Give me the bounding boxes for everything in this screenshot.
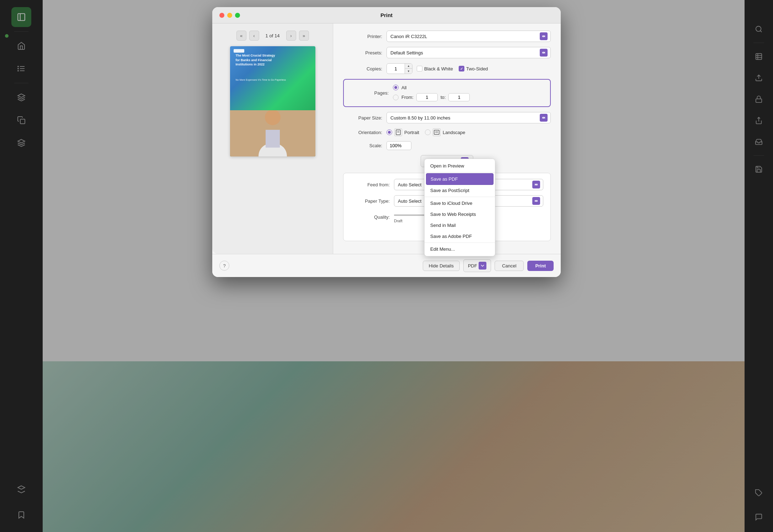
- pages-all-option[interactable]: All: [393, 85, 470, 90]
- print-options: Black & White ✓ Two-Sided: [417, 66, 488, 71]
- presets-row: Presets: Default Settings: [343, 47, 551, 58]
- feed-from-arrow: [532, 181, 540, 188]
- doc-cover-subtitle: No More Expenses! It's Time to Go Paperl…: [236, 78, 310, 81]
- minimize-button[interactable]: [227, 13, 232, 18]
- landscape-option[interactable]: Landscape: [425, 128, 465, 136]
- dialog-titlebar: Print: [212, 7, 561, 23]
- two-sided-label: Two-Sided: [466, 66, 488, 71]
- quality-draft: Draft: [394, 219, 403, 223]
- maximize-button[interactable]: [235, 13, 240, 18]
- copies-stepper: ▲ ▼: [405, 64, 412, 74]
- pages-label: Pages:: [350, 90, 389, 96]
- copies-increment[interactable]: ▲: [405, 64, 412, 69]
- dialog-footer: ? Hide Details PDF Cancel Print: [212, 254, 561, 277]
- pdf-menu-divider-2: [425, 197, 495, 197]
- presets-dropdown[interactable]: Default Settings: [386, 47, 551, 58]
- feed-from-value: Auto Select: [398, 182, 422, 187]
- last-page-button[interactable]: »: [299, 31, 309, 41]
- document-preview: The Most Crucial Strategy for Banks and …: [230, 46, 315, 156]
- presets-dropdown-arrow: [540, 49, 548, 57]
- doc-logo: [234, 49, 244, 53]
- portrait-option[interactable]: Portrait: [386, 128, 419, 136]
- printer-dropdown-arrow: [540, 32, 548, 40]
- landscape-radio[interactable]: [425, 129, 431, 135]
- page-indicator: 1 of 14: [262, 33, 283, 38]
- scale-label: Scale:: [343, 143, 382, 148]
- portrait-icon: [394, 128, 402, 136]
- pdf-dropdown-arrow[interactable]: [479, 262, 486, 270]
- pdf-menu-save-adobe[interactable]: Save as Adobe PDF: [425, 231, 495, 242]
- feed-from-label: Feed from:: [351, 182, 390, 187]
- printer-value: Canon iR C3222L: [390, 34, 427, 39]
- traffic-lights: [219, 13, 240, 18]
- preview-panel: « ‹ 1 of 14 › » The Most Crucial Strateg…: [212, 23, 333, 254]
- presets-label: Presets:: [343, 50, 382, 55]
- paper-type-label: Paper Type:: [351, 198, 390, 204]
- two-sided-option[interactable]: ✓ Two-Sided: [459, 66, 488, 71]
- paper-type-value: Auto Select: [398, 198, 422, 204]
- black-white-label: Black & White: [424, 66, 453, 71]
- paper-size-label: Paper Size:: [343, 115, 382, 121]
- pdf-menu-save-web-receipts[interactable]: Save to Web Receipts: [425, 209, 495, 220]
- pages-section: Pages: All From:: [343, 79, 551, 107]
- help-button[interactable]: ?: [219, 261, 229, 271]
- copies-label: Copies:: [343, 66, 382, 71]
- pages-range-option[interactable]: From: to:: [393, 93, 470, 101]
- two-sided-checkbox[interactable]: ✓: [459, 66, 464, 71]
- page-navigation: « ‹ 1 of 14 › »: [236, 31, 309, 41]
- pages-range-inputs: From: to:: [401, 93, 470, 101]
- pdf-dropdown-menu: Open in Preview Save as PDF Save as Post…: [424, 159, 495, 256]
- pages-range-radio[interactable]: [393, 95, 399, 100]
- pdf-menu-edit-menu[interactable]: Edit Menu...: [425, 244, 495, 255]
- from-label: From:: [401, 95, 414, 100]
- printer-dropdown[interactable]: Canon iR C3222L: [386, 31, 551, 42]
- landscape-icon: [433, 128, 441, 136]
- presets-value: Default Settings: [390, 50, 423, 55]
- svg-rect-23: [266, 130, 280, 148]
- printer-label: Printer:: [343, 34, 382, 39]
- paper-size-value: Custom 8.50 by 11.00 inches: [390, 115, 450, 121]
- orientation-label: Orientation:: [343, 130, 382, 135]
- first-page-button[interactable]: «: [236, 31, 246, 41]
- doc-cover-title: The Most Crucial Strategy for Banks and …: [236, 53, 310, 67]
- orientation-options: Portrait Landscape: [386, 128, 465, 136]
- next-page-button[interactable]: ›: [286, 31, 296, 41]
- svg-point-22: [265, 110, 281, 125]
- pdf-menu-save-postscript[interactable]: Save as PostScript: [425, 185, 495, 196]
- paper-size-dropdown[interactable]: Custom 8.50 by 11.00 inches: [386, 112, 551, 123]
- print-button[interactable]: Print: [527, 261, 554, 271]
- scale-input[interactable]: [386, 141, 411, 150]
- to-input[interactable]: [448, 93, 470, 101]
- scale-row: Scale:: [343, 141, 551, 150]
- pages-all-radio[interactable]: [393, 85, 399, 90]
- copies-input-group: ▲ ▼: [386, 63, 412, 74]
- pdf-menu-divider-3: [425, 243, 495, 243]
- pages-row: Pages: All From:: [350, 85, 544, 101]
- copies-decrement[interactable]: ▼: [405, 69, 412, 74]
- cancel-button[interactable]: Cancel: [495, 261, 524, 271]
- radio-inner-dot: [394, 86, 397, 89]
- pdf-menu-save-icloud[interactable]: Save to iCloud Drive: [425, 198, 495, 209]
- portrait-radio[interactable]: [386, 129, 392, 135]
- copies-value-input[interactable]: [387, 65, 405, 73]
- print-dialog: Print « ‹ 1 of 14 › » The Most Crucial S…: [212, 7, 561, 277]
- paper-type-arrow: [532, 197, 540, 205]
- copies-row: Copies: ▲ ▼ Black & White: [343, 63, 551, 74]
- from-input[interactable]: [416, 93, 438, 101]
- prev-page-button[interactable]: ‹: [249, 31, 259, 41]
- pdf-menu-open-preview[interactable]: Open in Preview: [425, 160, 495, 171]
- doc-cover-image: [230, 110, 315, 156]
- hide-details-button[interactable]: Hide Details: [423, 261, 460, 271]
- black-white-option[interactable]: Black & White: [417, 66, 453, 71]
- pdf-button[interactable]: PDF: [463, 259, 491, 272]
- close-button[interactable]: [219, 13, 224, 18]
- quality-label: Quality:: [351, 212, 390, 220]
- black-white-checkbox[interactable]: [417, 66, 422, 71]
- printer-row: Printer: Canon iR C3222L: [343, 31, 551, 42]
- pdf-menu-save-pdf[interactable]: Save as PDF: [426, 173, 494, 185]
- check-mark: ✓: [460, 67, 463, 71]
- pdf-menu-send-mail[interactable]: Send in Mail: [425, 220, 495, 231]
- svg-rect-27: [434, 130, 439, 134]
- doc-cover: The Most Crucial Strategy for Banks and …: [230, 46, 315, 110]
- portrait-label: Portrait: [404, 130, 419, 135]
